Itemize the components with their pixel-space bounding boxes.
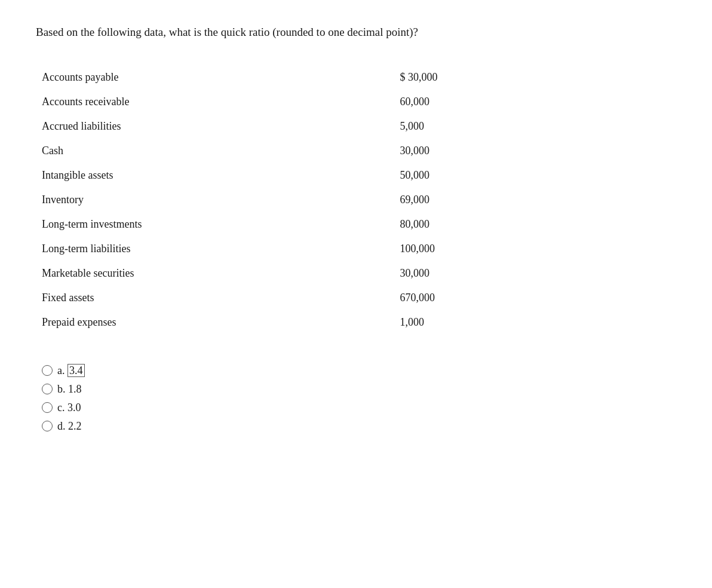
radio-c[interactable] — [42, 402, 53, 413]
row-value-10: 1,000 — [388, 310, 676, 335]
row-value-9: 670,000 — [388, 286, 676, 310]
answer-option-d[interactable]: d. 2.2 — [42, 420, 676, 433]
row-value-0: $ 30,000 — [388, 65, 676, 90]
answer-label-c: c. 3.0 — [57, 402, 81, 414]
row-label-4: Intangible assets — [36, 163, 388, 188]
table-row: Inventory69,000 — [36, 188, 676, 212]
row-value-7: 100,000 — [388, 237, 676, 261]
row-label-7: Long-term liabilities — [36, 237, 388, 261]
row-label-0: Accounts payable — [36, 65, 388, 90]
row-label-1: Accounts receivable — [36, 90, 388, 114]
data-table: Accounts payable$ 30,000Accounts receiva… — [36, 65, 676, 335]
question-text: Based on the following data, what is the… — [36, 24, 676, 41]
row-label-5: Inventory — [36, 188, 388, 212]
answer-option-c[interactable]: c. 3.0 — [42, 402, 676, 414]
radio-b[interactable] — [42, 384, 53, 394]
row-label-2: Accrued liabilities — [36, 114, 388, 139]
radio-d[interactable] — [42, 421, 53, 431]
table-row: Marketable securities30,000 — [36, 261, 676, 286]
radio-a[interactable] — [42, 365, 53, 376]
table-row: Long-term investments80,000 — [36, 212, 676, 237]
table-row: Accounts receivable60,000 — [36, 90, 676, 114]
row-label-6: Long-term investments — [36, 212, 388, 237]
row-value-1: 60,000 — [388, 90, 676, 114]
answer-label-b: b. 1.8 — [57, 383, 82, 396]
row-value-3: 30,000 — [388, 139, 676, 163]
answer-option-a[interactable]: a. 3.4 — [42, 365, 676, 377]
table-row: Accounts payable$ 30,000 — [36, 65, 676, 90]
row-label-8: Marketable securities — [36, 261, 388, 286]
answer-label-d: d. 2.2 — [57, 420, 82, 433]
table-row: Fixed assets670,000 — [36, 286, 676, 310]
table-row: Accrued liabilities5,000 — [36, 114, 676, 139]
row-value-8: 30,000 — [388, 261, 676, 286]
answer-option-b[interactable]: b. 1.8 — [42, 383, 676, 396]
table-row: Prepaid expenses1,000 — [36, 310, 676, 335]
table-row: Long-term liabilities100,000 — [36, 237, 676, 261]
row-label-3: Cash — [36, 139, 388, 163]
row-label-10: Prepaid expenses — [36, 310, 388, 335]
table-row: Cash30,000 — [36, 139, 676, 163]
row-value-2: 5,000 — [388, 114, 676, 139]
answers-section: a. 3.4b. 1.8c. 3.0d. 2.2 — [36, 365, 676, 433]
row-value-5: 69,000 — [388, 188, 676, 212]
answer-label-a: a. 3.4 — [57, 365, 85, 377]
table-row: Intangible assets50,000 — [36, 163, 676, 188]
row-value-6: 80,000 — [388, 212, 676, 237]
row-value-4: 50,000 — [388, 163, 676, 188]
row-label-9: Fixed assets — [36, 286, 388, 310]
